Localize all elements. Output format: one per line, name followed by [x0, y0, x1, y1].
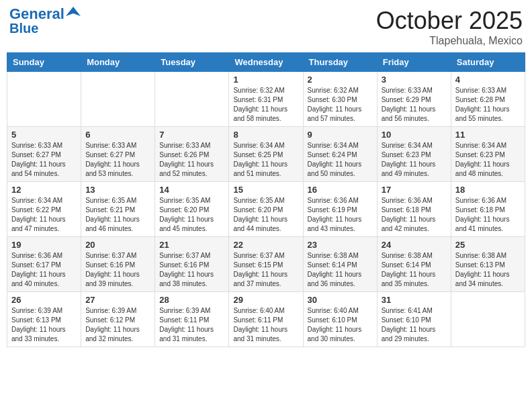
calendar-cell: 7Sunrise: 6:33 AM Sunset: 6:26 PM Daylig…: [155, 127, 229, 182]
calendar-cell: 25Sunrise: 6:38 AM Sunset: 6:13 PM Dayli…: [451, 237, 525, 292]
day-info: Sunrise: 6:32 AM Sunset: 6:30 PM Dayligh…: [308, 86, 373, 124]
title-section: October 2025 Tlapehuala, Mexico: [376, 7, 523, 47]
day-info: Sunrise: 6:37 AM Sunset: 6:16 PM Dayligh…: [159, 251, 224, 289]
calendar-week-row: 5Sunrise: 6:33 AM Sunset: 6:27 PM Daylig…: [7, 127, 525, 182]
calendar-cell: [81, 72, 155, 127]
day-number: 30: [308, 295, 373, 305]
weekday-header-row: SundayMondayTuesdayWednesdayThursdayFrid…: [7, 53, 525, 72]
calendar-cell: 5Sunrise: 6:33 AM Sunset: 6:27 PM Daylig…: [7, 127, 81, 182]
day-number: 10: [382, 130, 447, 140]
calendar-cell: 11Sunrise: 6:34 AM Sunset: 6:23 PM Dayli…: [451, 127, 525, 182]
day-info: Sunrise: 6:33 AM Sunset: 6:27 PM Dayligh…: [11, 141, 77, 179]
weekday-header-sunday: Sunday: [7, 53, 81, 72]
day-number: 14: [159, 185, 224, 195]
day-info: Sunrise: 6:37 AM Sunset: 6:15 PM Dayligh…: [233, 251, 298, 289]
day-number: 11: [455, 130, 521, 140]
day-info: Sunrise: 6:34 AM Sunset: 6:24 PM Dayligh…: [308, 141, 373, 179]
day-info: Sunrise: 6:35 AM Sunset: 6:20 PM Dayligh…: [159, 196, 224, 234]
day-number: 23: [308, 240, 373, 250]
day-number: 26: [11, 295, 77, 305]
weekday-header-saturday: Saturday: [451, 53, 525, 72]
calendar-cell: 26Sunrise: 6:39 AM Sunset: 6:13 PM Dayli…: [7, 292, 81, 347]
day-info: Sunrise: 6:36 AM Sunset: 6:17 PM Dayligh…: [11, 251, 77, 289]
calendar-cell: 1Sunrise: 6:32 AM Sunset: 6:31 PM Daylig…: [229, 72, 303, 127]
calendar-cell: [7, 72, 81, 127]
page-header: General Blue October 2025 Tlapehuala, Me…: [7, 7, 525, 47]
calendar-cell: 2Sunrise: 6:32 AM Sunset: 6:30 PM Daylig…: [303, 72, 377, 127]
day-number: 19: [11, 240, 77, 250]
calendar-cell: 22Sunrise: 6:37 AM Sunset: 6:15 PM Dayli…: [229, 237, 303, 292]
day-info: Sunrise: 6:40 AM Sunset: 6:11 PM Dayligh…: [233, 306, 298, 344]
calendar-cell: 3Sunrise: 6:33 AM Sunset: 6:29 PM Daylig…: [377, 72, 451, 127]
logo-text-blue: Blue: [9, 21, 38, 36]
svg-marker-0: [66, 7, 81, 16]
calendar-cell: 4Sunrise: 6:33 AM Sunset: 6:28 PM Daylig…: [451, 72, 525, 127]
calendar-cell: 20Sunrise: 6:37 AM Sunset: 6:16 PM Dayli…: [81, 237, 155, 292]
day-info: Sunrise: 6:36 AM Sunset: 6:19 PM Dayligh…: [308, 196, 373, 234]
day-info: Sunrise: 6:36 AM Sunset: 6:18 PM Dayligh…: [382, 196, 447, 234]
day-info: Sunrise: 6:35 AM Sunset: 6:20 PM Dayligh…: [233, 196, 298, 234]
calendar-cell: 13Sunrise: 6:35 AM Sunset: 6:21 PM Dayli…: [81, 182, 155, 237]
calendar-cell: 29Sunrise: 6:40 AM Sunset: 6:11 PM Dayli…: [229, 292, 303, 347]
day-number: 6: [85, 130, 150, 140]
day-number: 13: [85, 185, 150, 195]
day-number: 27: [85, 295, 150, 305]
calendar-week-row: 1Sunrise: 6:32 AM Sunset: 6:31 PM Daylig…: [7, 72, 525, 127]
day-number: 7: [159, 130, 224, 140]
day-number: 9: [308, 130, 373, 140]
weekday-header-thursday: Thursday: [303, 53, 377, 72]
day-info: Sunrise: 6:37 AM Sunset: 6:16 PM Dayligh…: [85, 251, 150, 289]
calendar-cell: 8Sunrise: 6:34 AM Sunset: 6:25 PM Daylig…: [229, 127, 303, 182]
day-info: Sunrise: 6:33 AM Sunset: 6:28 PM Dayligh…: [455, 86, 521, 124]
calendar-cell: 31Sunrise: 6:41 AM Sunset: 6:10 PM Dayli…: [377, 292, 451, 347]
day-info: Sunrise: 6:34 AM Sunset: 6:23 PM Dayligh…: [382, 141, 447, 179]
day-number: 31: [382, 295, 447, 305]
day-number: 17: [382, 185, 447, 195]
calendar-cell: [451, 292, 525, 347]
day-number: 24: [382, 240, 447, 250]
calendar-cell: 15Sunrise: 6:35 AM Sunset: 6:20 PM Dayli…: [229, 182, 303, 237]
calendar-cell: 14Sunrise: 6:35 AM Sunset: 6:20 PM Dayli…: [155, 182, 229, 237]
month-title: October 2025: [376, 7, 523, 35]
calendar-cell: 23Sunrise: 6:38 AM Sunset: 6:14 PM Dayli…: [303, 237, 377, 292]
day-number: 3: [382, 75, 447, 85]
day-number: 15: [233, 185, 298, 195]
calendar-week-row: 12Sunrise: 6:34 AM Sunset: 6:22 PM Dayli…: [7, 182, 525, 237]
weekday-header-friday: Friday: [377, 53, 451, 72]
day-info: Sunrise: 6:38 AM Sunset: 6:13 PM Dayligh…: [455, 251, 521, 289]
calendar-cell: 28Sunrise: 6:39 AM Sunset: 6:11 PM Dayli…: [155, 292, 229, 347]
day-info: Sunrise: 6:38 AM Sunset: 6:14 PM Dayligh…: [382, 251, 447, 289]
calendar-cell: 30Sunrise: 6:40 AM Sunset: 6:10 PM Dayli…: [303, 292, 377, 347]
day-number: 5: [11, 130, 77, 140]
weekday-header-tuesday: Tuesday: [155, 53, 229, 72]
day-number: 1: [233, 75, 298, 85]
day-info: Sunrise: 6:33 AM Sunset: 6:26 PM Dayligh…: [159, 141, 224, 179]
day-number: 4: [455, 75, 521, 85]
day-number: 25: [455, 240, 521, 250]
calendar-cell: [155, 72, 229, 127]
calendar-cell: 6Sunrise: 6:33 AM Sunset: 6:27 PM Daylig…: [81, 127, 155, 182]
day-number: 20: [85, 240, 150, 250]
location-title: Tlapehuala, Mexico: [376, 35, 523, 47]
day-number: 18: [455, 185, 521, 195]
day-info: Sunrise: 6:41 AM Sunset: 6:10 PM Dayligh…: [382, 306, 447, 344]
logo-text-general: General: [9, 7, 64, 21]
day-info: Sunrise: 6:35 AM Sunset: 6:21 PM Dayligh…: [85, 196, 150, 234]
day-number: 16: [308, 185, 373, 195]
weekday-header-wednesday: Wednesday: [229, 53, 303, 72]
day-number: 22: [233, 240, 298, 250]
day-info: Sunrise: 6:40 AM Sunset: 6:10 PM Dayligh…: [308, 306, 373, 344]
day-info: Sunrise: 6:39 AM Sunset: 6:12 PM Dayligh…: [85, 306, 150, 344]
calendar-cell: 18Sunrise: 6:36 AM Sunset: 6:18 PM Dayli…: [451, 182, 525, 237]
day-info: Sunrise: 6:32 AM Sunset: 6:31 PM Dayligh…: [233, 86, 298, 124]
weekday-header-monday: Monday: [81, 53, 155, 72]
logo: General Blue: [9, 7, 81, 36]
day-number: 2: [308, 75, 373, 85]
day-info: Sunrise: 6:36 AM Sunset: 6:18 PM Dayligh…: [455, 196, 521, 234]
calendar-table: SundayMondayTuesdayWednesdayThursdayFrid…: [7, 52, 525, 347]
calendar-cell: 24Sunrise: 6:38 AM Sunset: 6:14 PM Dayli…: [377, 237, 451, 292]
day-info: Sunrise: 6:34 AM Sunset: 6:22 PM Dayligh…: [11, 196, 77, 234]
day-info: Sunrise: 6:34 AM Sunset: 6:25 PM Dayligh…: [233, 141, 298, 179]
day-number: 12: [11, 185, 77, 195]
day-info: Sunrise: 6:38 AM Sunset: 6:14 PM Dayligh…: [308, 251, 373, 289]
